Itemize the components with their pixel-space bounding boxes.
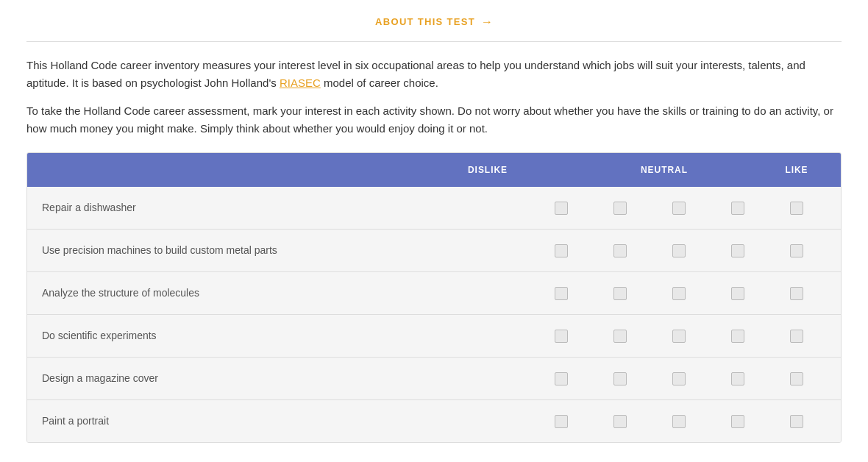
checkbox-like-2[interactable] [790,244,803,257]
checkbox-cell[interactable] [532,415,591,428]
checkbox-cell[interactable] [532,244,591,257]
checkbox-like-3[interactable] [790,287,803,300]
intro-paragraph: This Holland Code career inventory measu… [26,57,842,92]
checkbox-cell[interactable] [532,202,591,215]
row-label: Design a magazine cover [42,371,532,386]
checkbox-neutral-2[interactable] [672,244,686,257]
about-header-text: ABOUT THIS TEST [375,15,475,29]
row-label: Repair a dishwasher [42,200,532,216]
checkbox-dislike2-5[interactable] [613,372,627,385]
checkbox-cell[interactable] [650,330,708,343]
row-label: Paint a portrait [42,413,532,429]
checkbox-cell[interactable] [708,287,767,300]
table-row: Paint a portrait [27,400,841,442]
checkbox-like1-3[interactable] [731,287,744,300]
table-header: DISLIKE NEUTRAL LIKE [27,153,841,187]
checkbox-like-5[interactable] [790,372,803,385]
page-wrapper: ABOUT THIS TEST → This Holland Code care… [0,0,868,462]
checkbox-cell[interactable] [532,372,591,385]
checkbox-neutral-4[interactable] [672,330,686,343]
checkbox-like1-4[interactable] [731,330,744,343]
checkbox-dislike-3[interactable] [555,287,568,300]
header-neutral: NEUTRAL [620,163,708,177]
checkbox-dislike2-1[interactable] [613,202,627,215]
checkbox-cell[interactable] [767,330,826,343]
checkbox-neutral-5[interactable] [672,372,686,385]
checkbox-cell[interactable] [767,244,826,257]
checkbox-dislike-5[interactable] [555,372,568,385]
checkbox-cell[interactable] [708,202,767,215]
checkbox-cell[interactable] [767,415,826,428]
checkbox-cell[interactable] [591,330,650,343]
checkbox-cell[interactable] [708,372,767,385]
instruction-paragraph: To take the Holland Code career assessme… [26,102,842,138]
table-row: Analyze the structure of molecules [27,272,841,315]
checkbox-cell[interactable] [591,244,650,257]
row-label: Analyze the structure of molecules [42,285,532,301]
checkbox-neutral-6[interactable] [672,415,686,428]
checkbox-dislike2-3[interactable] [613,287,627,300]
header-dislike: DISLIKE [444,163,532,177]
checkbox-cell[interactable] [650,287,708,300]
checkbox-like-6[interactable] [790,415,803,428]
assessment-table: DISLIKE NEUTRAL LIKE Repair a dishwasher… [26,152,842,443]
checkbox-cell[interactable] [650,202,708,215]
riasec-link[interactable]: RIASEC [280,77,321,89]
checkbox-like-4[interactable] [790,330,803,343]
checkbox-like-1[interactable] [790,202,803,215]
header-like: LIKE [767,163,826,177]
checkbox-neutral-1[interactable] [672,202,686,215]
checkbox-dislike2-6[interactable] [613,415,627,428]
checkbox-cell[interactable] [767,202,826,215]
checkbox-dislike-1[interactable] [555,202,568,215]
header-divider [26,41,842,42]
checkbox-cell[interactable] [532,330,591,343]
checkbox-cell[interactable] [708,244,767,257]
checkbox-cell[interactable] [591,287,650,300]
checkbox-cell[interactable] [591,415,650,428]
table-row: Use precision machines to build custom m… [27,230,841,272]
checkbox-like1-5[interactable] [731,372,744,385]
checkbox-cell[interactable] [591,372,650,385]
checkbox-like1-6[interactable] [731,415,744,428]
checkbox-dislike-2[interactable] [555,244,568,257]
checkbox-dislike2-2[interactable] [613,244,627,257]
checkbox-cell[interactable] [650,244,708,257]
checkbox-cell[interactable] [591,202,650,215]
checkbox-cell[interactable] [708,330,767,343]
about-arrow-icon: → [481,13,493,31]
checkbox-cell[interactable] [532,287,591,300]
checkbox-cell[interactable] [650,372,708,385]
table-row: Do scientific experiments [27,315,841,358]
table-row: Design a magazine cover [27,358,841,400]
checkbox-dislike-6[interactable] [555,415,568,428]
intro-text-2: model of career choice. [321,77,438,89]
about-header[interactable]: ABOUT THIS TEST → [26,0,842,41]
table-row: Repair a dishwasher [27,187,841,230]
checkbox-neutral-3[interactable] [672,287,686,300]
checkbox-cell[interactable] [767,287,826,300]
row-label: Use precision machines to build custom m… [42,243,532,258]
checkbox-cell[interactable] [708,415,767,428]
checkbox-cell[interactable] [767,372,826,385]
checkbox-like1-2[interactable] [731,244,744,257]
checkbox-dislike2-4[interactable] [613,330,627,343]
checkbox-dislike-4[interactable] [555,330,568,343]
checkbox-cell[interactable] [650,415,708,428]
row-label: Do scientific experiments [42,328,532,344]
checkbox-like1-1[interactable] [731,202,744,215]
